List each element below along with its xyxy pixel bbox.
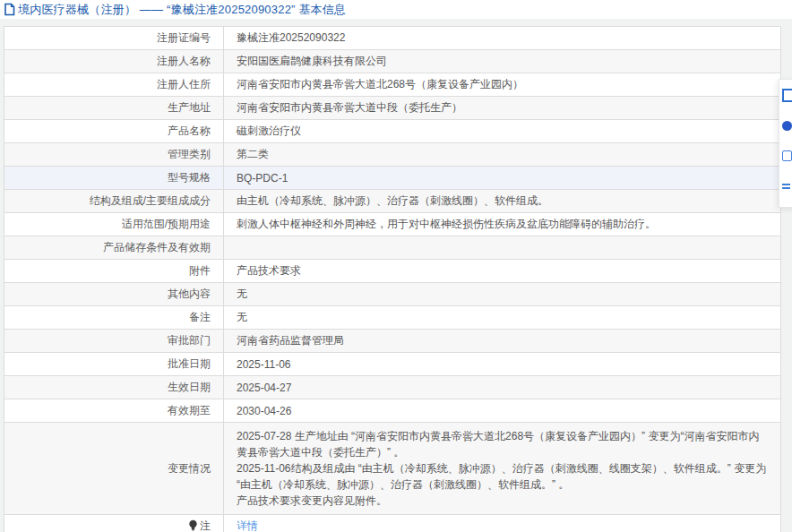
table-row-approval-department: 审批部门 河南省药品监督管理局	[4, 330, 781, 353]
field-value: 产品技术要求	[224, 260, 781, 283]
change-paragraph: 2025-11-06结构及组成由 “由主机（冷却系统、脉冲源）、治疗器（刺激线圈…	[237, 460, 768, 493]
field-label: 附件	[4, 260, 224, 283]
table-row-effective-date: 生效日期 2025-04-27	[4, 376, 781, 399]
field-value: 2025-07-28 生产地址由 “河南省安阳市内黄县帝喾大道北268号（康复设…	[224, 423, 781, 515]
field-label: 型号规格	[4, 167, 224, 190]
field-value: 2030-04-26	[224, 399, 781, 423]
field-label: 批准日期	[4, 353, 224, 376]
table-row-intended-use: 适用范围/预期用途 刺激人体中枢神经和外周神经，用于对中枢神经损伤性疾病及盆底功…	[4, 213, 781, 236]
field-label: 生效日期	[4, 376, 224, 399]
field-value: BQ-PDC-1	[224, 167, 781, 190]
table-row-production-address: 生产地址 河南省安阳市内黄县帝喾大道中段（委托生产）	[4, 97, 781, 120]
table-row-structure-composition: 结构及组成/主要组成成分 由主机（冷却系统、脉冲源）、治疗器（刺激线圈）、软件组…	[4, 190, 781, 213]
field-value: 河南省安阳市内黄县帝喾大道中段（委托生产）	[224, 97, 781, 120]
field-value: 河南省药品监督管理局	[224, 330, 781, 353]
field-value: 河南省安阳市内黄县帝喾大道北268号（康复设备产业园内）	[224, 73, 781, 97]
table-row-approval-date: 批准日期 2025-11-06	[4, 353, 781, 376]
table-row-registrant-name: 注册人名称 安阳国医扁鹊健康科技有限公司	[4, 50, 781, 73]
toolbar-lines-icon[interactable]	[779, 171, 792, 202]
table-row-management-class: 管理类别 第二类	[4, 143, 781, 167]
table-row-remarks: 备注 无	[4, 306, 781, 330]
field-value: 磁刺激治疗仪	[224, 120, 781, 143]
field-value: 刺激人体中枢神经和外周神经，用于对中枢神经损伤性疾病及盆底功能障碍的辅助治疗。	[224, 213, 781, 236]
field-label: 注册证编号	[4, 27, 224, 50]
toolbar-circle-icon[interactable]	[779, 110, 792, 141]
device-info-table: 注册证编号 豫械注准20252090322 注册人名称 安阳国医扁鹊健康科技有限…	[4, 26, 781, 532]
toolbar-square-icon[interactable]	[779, 141, 792, 171]
table-row-registrant-address: 注册人住所 河南省安阳市内黄县帝喾大道北268号（康复设备产业园内）	[4, 73, 781, 97]
field-label: 变更情况	[4, 423, 224, 515]
field-value: 豫械注准20252090322	[224, 27, 781, 50]
field-label: 适用范围/预期用途	[4, 213, 224, 236]
field-value: 第二类	[224, 143, 781, 167]
note-label: 注	[200, 519, 211, 532]
field-label: 结构及组成/主要组成成分	[4, 190, 224, 213]
table-row-attachments: 附件 产品技术要求	[4, 260, 781, 283]
field-value: 详情	[224, 515, 781, 532]
document-icon	[4, 3, 15, 16]
field-label: 管理类别	[4, 143, 224, 167]
field-label: 备注	[4, 306, 224, 330]
field-value: 安阳国医扁鹊健康科技有限公司	[224, 50, 781, 73]
field-value	[224, 236, 781, 260]
field-value: 由主机（冷却系统、脉冲源）、治疗器（刺激线圈）、软件组成。	[224, 190, 781, 213]
header-bar: 境内医疗器械（注册） —— “豫械注准20252090322” 基本信息	[0, 0, 792, 19]
page-title: 境内医疗器械（注册） —— “豫械注准20252090322” 基本信息	[18, 2, 346, 18]
table-row-model-spec: 型号规格 BQ-PDC-1	[4, 167, 781, 190]
table-row-product-name: 产品名称 磁刺激治疗仪	[4, 120, 781, 143]
field-label: 生产地址	[4, 97, 224, 120]
field-label: 审批部门	[4, 330, 224, 353]
change-paragraph: 产品技术要求变更内容见附件。	[237, 493, 768, 509]
table-row-other-content: 其他内容 无	[4, 283, 781, 306]
field-label: 有效期至	[4, 399, 224, 423]
table-row-storage-conditions: 产品储存条件及有效期	[4, 236, 781, 260]
change-paragraph: 2025-07-28 生产地址由 “河南省安阳市内黄县帝喾大道北268号（康复设…	[237, 428, 768, 460]
table-row-change-history: 变更情况 2025-07-28 生产地址由 “河南省安阳市内黄县帝喾大道北268…	[4, 423, 781, 515]
field-value: 无	[224, 306, 781, 330]
field-label: 注	[4, 515, 224, 532]
field-label: 产品储存条件及有效期	[4, 236, 224, 260]
table-row-expiry-date: 有效期至 2030-04-26	[4, 399, 781, 423]
field-label: 其他内容	[4, 283, 224, 306]
field-label: 注册人住所	[4, 73, 224, 97]
table-row-note: 注 详情	[4, 515, 781, 532]
toolbar-bracket-icon[interactable]	[779, 80, 792, 110]
field-value: 2025-04-27	[224, 376, 781, 399]
field-label: 注册人名称	[4, 50, 224, 73]
field-value: 无	[224, 283, 781, 306]
detail-link[interactable]: 详情	[237, 519, 258, 532]
table-row-reg-cert-no: 注册证编号 豫械注准20252090322	[4, 27, 781, 50]
field-value: 2025-11-06	[224, 353, 781, 376]
floating-toolbar	[779, 79, 792, 208]
bulb-icon	[188, 519, 198, 532]
field-label: 产品名称	[4, 120, 224, 143]
